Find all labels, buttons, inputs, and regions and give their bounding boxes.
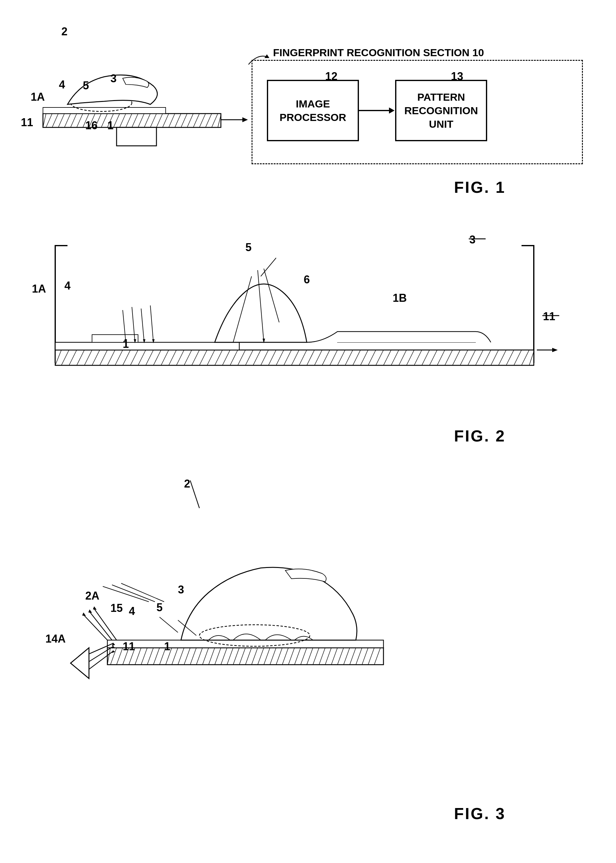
svg-marker-119 [552,348,558,352]
svg-marker-35 [242,117,248,122]
ref-4-fig2: 4 [64,279,71,292]
ref-6-fig2: 6 [304,273,310,286]
arrow-between-boxes [358,101,395,120]
svg-line-189 [121,583,164,602]
svg-rect-39 [55,350,534,365]
svg-line-187 [103,586,149,602]
svg-line-186 [190,480,200,508]
svg-marker-171 [71,648,89,679]
underline-11-fig2 [542,310,561,316]
svg-line-179 [89,611,112,640]
svg-rect-32 [43,107,166,113]
ref-12: 12 [325,70,338,83]
ref-11-fig1: 11 [21,116,33,129]
ref-4-fig1: 4 [59,78,65,91]
svg-line-109 [141,309,144,342]
fig1-label: FIG. 1 [454,178,506,197]
ref-1a-fig2: 1A [32,282,46,295]
svg-line-111 [150,306,153,342]
fig2-label: FIG. 2 [454,427,506,445]
image-processor-label: IMAGE PROCESSOR [268,97,358,124]
pattern-recognition-box: PATTERN RECOGNITION UNIT [395,80,487,141]
ref-11-fig3: 11 [123,640,135,653]
ref-16-fig1: 16 [85,119,97,132]
ref-1-fig3: 1 [164,640,170,653]
fig1-diagram [19,25,273,178]
underline-3-fig2 [469,233,487,239]
ref-1a-fig1: 1A [31,91,45,104]
image-processor-box: IMAGE PROCESSOR [267,80,359,141]
svg-rect-169 [107,640,383,648]
fig3-label: FIG. 3 [454,804,506,823]
leaders-fig3 [87,577,195,614]
ref-1-fig1: 1 [107,119,113,132]
svg-marker-38 [389,107,394,113]
ref-5-fig2: 5 [245,241,251,254]
ref-5-fig1: 5 [83,79,89,92]
svg-rect-104 [92,335,138,342]
fig2-diagram [31,215,558,424]
leader-2-fig3 [181,477,206,514]
page: 2 1A 4 5 3 11 16 1 FINGERPRINT RECOGNITI… [0,0,616,863]
svg-line-188 [112,585,155,602]
ref-1-fig2: 1 [123,338,129,351]
svg-line-178 [83,614,107,640]
ref-14a-fig3: 14A [46,632,66,645]
ref-1b-fig2: 1B [393,292,407,304]
section-label: FINGERPRINT RECOGNITION SECTION 10 [273,47,484,59]
arrow-to-section [239,47,276,66]
svg-rect-103 [55,342,239,350]
svg-rect-31 [116,128,156,146]
ref-3-fig1: 3 [110,72,116,85]
svg-line-120 [261,258,276,276]
pattern-recognition-label: PATTERN RECOGNITION UNIT [396,90,486,131]
ref-13: 13 [451,70,463,83]
ref-2-fig1: 2 [61,25,68,38]
svg-line-184 [160,617,178,632]
svg-rect-123 [107,648,383,665]
